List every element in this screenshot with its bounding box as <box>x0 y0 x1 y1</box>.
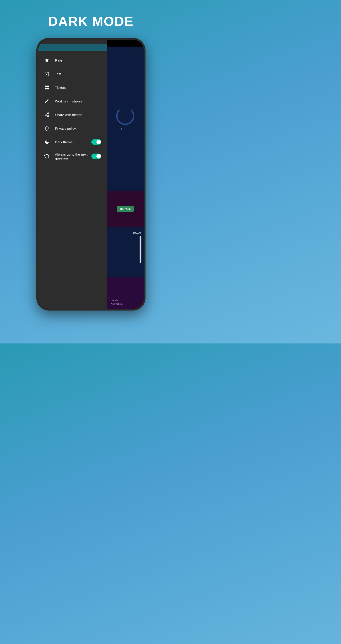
card-participate: TICIPATE <box>107 190 144 227</box>
menu-item-test[interactable]: Test <box>38 67 107 81</box>
progress-bar <box>140 236 141 263</box>
svg-point-12 <box>47 128 47 128</box>
menu-item-next-question[interactable]: Always go to the next question <box>38 149 107 164</box>
status-bar <box>38 44 107 51</box>
menu-label-next-question: Always go to the next question <box>55 152 91 160</box>
page-title: DARK MODE <box>48 14 134 29</box>
share-icon <box>44 112 50 118</box>
percent-label: 100.0% <box>133 232 141 234</box>
card-premium: - No ads - New tickets <box>107 277 144 309</box>
svg-line-10 <box>46 115 48 116</box>
next-question-toggle[interactable] <box>91 154 101 159</box>
premium-text: - No ads - New tickets <box>110 299 123 306</box>
menu-label-privacy: Privacy policy <box>55 126 101 130</box>
svg-point-8 <box>45 114 46 116</box>
participate-button[interactable]: TICIPATE <box>117 206 134 212</box>
shield-icon <box>44 125 50 132</box>
svg-rect-3 <box>45 86 47 87</box>
drawer-menu: Rate Test <box>38 40 107 309</box>
svg-rect-4 <box>47 86 49 87</box>
star-icon <box>44 57 50 64</box>
card-quiz: TIONS <box>107 46 144 190</box>
menu-item-privacy[interactable]: Privacy policy <box>38 122 107 135</box>
menu-label-tickets: Tickets <box>55 86 101 90</box>
phone-frame: Rate Test <box>36 38 146 310</box>
menu-label-rate: Rate <box>55 58 101 62</box>
phone-screen: Rate Test <box>38 40 144 309</box>
menu-item-rate[interactable]: Rate <box>38 54 107 67</box>
dark-theme-toggle[interactable] <box>91 139 101 145</box>
card-stats: 100.0% <box>107 227 144 277</box>
content-status-bar <box>107 40 144 46</box>
circle-progress <box>116 107 134 125</box>
svg-rect-0 <box>45 72 49 76</box>
toggle-thumb <box>96 140 101 144</box>
svg-point-9 <box>48 116 49 117</box>
menu-item-work-on-mistakes[interactable]: Work on mistakes <box>38 94 107 108</box>
svg-line-11 <box>46 114 48 114</box>
menu-label-test: Test <box>55 72 101 76</box>
menu-item-dark-theme[interactable]: Dark theme <box>38 135 107 149</box>
menu-item-tickets[interactable]: Tickets <box>38 81 107 94</box>
svg-point-7 <box>48 113 49 114</box>
pencil-icon <box>44 98 50 104</box>
menu-label-dark-theme: Dark theme <box>55 140 91 144</box>
svg-rect-5 <box>45 88 47 89</box>
svg-rect-6 <box>47 88 49 89</box>
moon-icon <box>44 139 50 145</box>
calendar-edit-icon <box>44 71 50 77</box>
screen-content: Rate Test <box>38 40 144 309</box>
menu-label-share: Share with friends <box>55 113 101 117</box>
toggle-thumb-2 <box>96 154 101 158</box>
menu-list: Rate Test <box>38 51 107 304</box>
refresh-icon <box>44 153 50 160</box>
menu-label-work-on-mistakes: Work on mistakes <box>55 99 101 103</box>
main-content: TIONS TICIPATE 100.0% <box>107 40 144 309</box>
menu-item-share[interactable]: Share with friends <box>38 108 107 122</box>
grid-icon <box>44 84 50 91</box>
new-tickets-line: - New tickets <box>110 302 123 306</box>
tions-label: TIONS <box>121 128 130 130</box>
progress-bar-fill <box>140 236 141 263</box>
no-ads-line: - No ads <box>110 299 123 302</box>
